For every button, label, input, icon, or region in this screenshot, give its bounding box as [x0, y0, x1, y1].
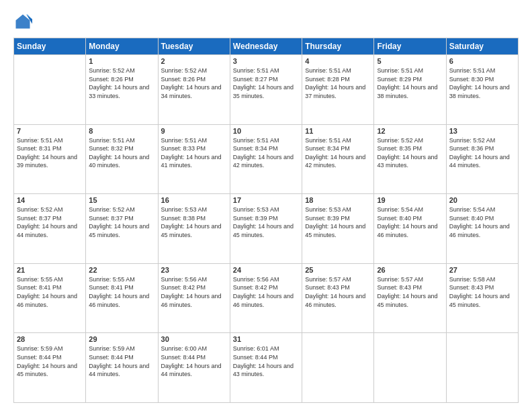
day-number: 15 [89, 196, 154, 204]
day-header-sunday: Sunday [14, 38, 86, 55]
day-number: 6 [449, 57, 515, 65]
cell-info: Sunrise: 5:52 AM Sunset: 8:35 PM Dayligh… [377, 136, 443, 170]
cell-info: Sunrise: 5:51 AM Sunset: 8:33 PM Dayligh… [161, 136, 227, 170]
calendar-cell [14, 55, 86, 125]
calendar-cell: 13Sunrise: 5:52 AM Sunset: 8:36 PM Dayli… [446, 124, 518, 194]
day-number: 5 [377, 57, 443, 65]
day-header-row: SundayMondayTuesdayWednesdayThursdayFrid… [14, 38, 519, 55]
cell-info: Sunrise: 5:53 AM Sunset: 8:38 PM Dayligh… [161, 205, 227, 239]
day-number: 18 [305, 196, 371, 204]
day-number: 24 [233, 266, 299, 274]
week-row-4: 21Sunrise: 5:55 AM Sunset: 8:41 PM Dayli… [14, 263, 519, 333]
day-number: 10 [233, 127, 299, 135]
calendar-cell: 1Sunrise: 5:52 AM Sunset: 8:26 PM Daylig… [86, 55, 158, 125]
calendar-cell: 14Sunrise: 5:52 AM Sunset: 8:37 PM Dayli… [14, 194, 86, 264]
calendar-cell: 28Sunrise: 5:59 AM Sunset: 8:44 PM Dayli… [14, 333, 86, 403]
day-number: 23 [161, 266, 227, 274]
calendar-cell: 5Sunrise: 5:51 AM Sunset: 8:29 PM Daylig… [374, 55, 446, 125]
calendar-cell [302, 333, 374, 403]
calendar-cell: 24Sunrise: 5:56 AM Sunset: 8:42 PM Dayli… [230, 263, 302, 333]
day-number: 2 [161, 57, 227, 65]
day-header-monday: Monday [86, 38, 158, 55]
cell-info: Sunrise: 5:59 AM Sunset: 8:44 PM Dayligh… [89, 345, 154, 378]
cell-info: Sunrise: 5:59 AM Sunset: 8:44 PM Dayligh… [17, 345, 83, 378]
logo-icon [13, 12, 32, 31]
calendar-cell: 16Sunrise: 5:53 AM Sunset: 8:38 PM Dayli… [158, 194, 230, 264]
cell-info: Sunrise: 5:51 AM Sunset: 8:31 PM Dayligh… [17, 136, 83, 170]
cell-info: Sunrise: 5:51 AM Sunset: 8:27 PM Dayligh… [233, 66, 299, 100]
logo [13, 12, 35, 31]
calendar-cell: 23Sunrise: 5:56 AM Sunset: 8:42 PM Dayli… [158, 263, 230, 333]
day-number: 9 [161, 127, 227, 135]
cell-info: Sunrise: 5:52 AM Sunset: 8:37 PM Dayligh… [89, 205, 154, 239]
cell-info: Sunrise: 5:52 AM Sunset: 8:26 PM Dayligh… [89, 66, 154, 100]
cell-info: Sunrise: 5:57 AM Sunset: 8:43 PM Dayligh… [377, 275, 443, 309]
day-number: 8 [89, 127, 154, 135]
cell-info: Sunrise: 6:00 AM Sunset: 8:44 PM Dayligh… [161, 345, 227, 378]
cell-info: Sunrise: 5:51 AM Sunset: 8:34 PM Dayligh… [233, 136, 299, 170]
cell-info: Sunrise: 5:54 AM Sunset: 8:40 PM Dayligh… [449, 205, 515, 239]
cell-info: Sunrise: 5:56 AM Sunset: 8:42 PM Dayligh… [161, 275, 227, 309]
day-number: 12 [377, 127, 443, 135]
calendar-cell: 30Sunrise: 6:00 AM Sunset: 8:44 PM Dayli… [158, 333, 230, 403]
day-header-wednesday: Wednesday [230, 38, 302, 55]
cell-info: Sunrise: 6:01 AM Sunset: 8:44 PM Dayligh… [233, 345, 299, 378]
cell-info: Sunrise: 5:54 AM Sunset: 8:40 PM Dayligh… [377, 205, 443, 239]
cell-info: Sunrise: 5:52 AM Sunset: 8:36 PM Dayligh… [449, 136, 515, 170]
cell-info: Sunrise: 5:55 AM Sunset: 8:41 PM Dayligh… [17, 275, 83, 309]
day-number: 31 [233, 335, 299, 343]
day-number: 20 [449, 196, 515, 204]
cell-info: Sunrise: 5:57 AM Sunset: 8:43 PM Dayligh… [305, 275, 371, 309]
cell-info: Sunrise: 5:51 AM Sunset: 8:34 PM Dayligh… [305, 136, 371, 170]
calendar-cell: 9Sunrise: 5:51 AM Sunset: 8:33 PM Daylig… [158, 124, 230, 194]
day-number: 7 [17, 127, 83, 135]
day-number: 19 [377, 196, 443, 204]
calendar-cell: 21Sunrise: 5:55 AM Sunset: 8:41 PM Dayli… [14, 263, 86, 333]
calendar-cell: 15Sunrise: 5:52 AM Sunset: 8:37 PM Dayli… [86, 194, 158, 264]
calendar-cell: 11Sunrise: 5:51 AM Sunset: 8:34 PM Dayli… [302, 124, 374, 194]
day-number: 16 [161, 196, 227, 204]
cell-info: Sunrise: 5:51 AM Sunset: 8:29 PM Dayligh… [377, 66, 443, 100]
day-number: 11 [305, 127, 371, 135]
cell-info: Sunrise: 5:51 AM Sunset: 8:28 PM Dayligh… [305, 66, 371, 100]
calendar-cell: 27Sunrise: 5:58 AM Sunset: 8:43 PM Dayli… [446, 263, 518, 333]
cell-info: Sunrise: 5:53 AM Sunset: 8:39 PM Dayligh… [233, 205, 299, 239]
cell-info: Sunrise: 5:56 AM Sunset: 8:42 PM Dayligh… [233, 275, 299, 309]
week-row-2: 7Sunrise: 5:51 AM Sunset: 8:31 PM Daylig… [14, 124, 519, 194]
cell-info: Sunrise: 5:55 AM Sunset: 8:41 PM Dayligh… [89, 275, 154, 309]
calendar-cell: 29Sunrise: 5:59 AM Sunset: 8:44 PM Dayli… [86, 333, 158, 403]
day-number: 21 [17, 266, 83, 274]
calendar-cell: 26Sunrise: 5:57 AM Sunset: 8:43 PM Dayli… [374, 263, 446, 333]
calendar-cell: 3Sunrise: 5:51 AM Sunset: 8:27 PM Daylig… [230, 55, 302, 125]
calendar-cell: 18Sunrise: 5:53 AM Sunset: 8:39 PM Dayli… [302, 194, 374, 264]
week-row-1: 1Sunrise: 5:52 AM Sunset: 8:26 PM Daylig… [14, 55, 519, 125]
calendar-cell: 19Sunrise: 5:54 AM Sunset: 8:40 PM Dayli… [374, 194, 446, 264]
cell-info: Sunrise: 5:58 AM Sunset: 8:43 PM Dayligh… [449, 275, 515, 309]
header [13, 12, 519, 31]
cell-info: Sunrise: 5:51 AM Sunset: 8:30 PM Dayligh… [449, 66, 515, 100]
calendar-cell: 4Sunrise: 5:51 AM Sunset: 8:28 PM Daylig… [302, 55, 374, 125]
calendar-cell: 25Sunrise: 5:57 AM Sunset: 8:43 PM Dayli… [302, 263, 374, 333]
day-number: 28 [17, 335, 83, 343]
calendar-cell: 6Sunrise: 5:51 AM Sunset: 8:30 PM Daylig… [446, 55, 518, 125]
calendar-cell [446, 333, 518, 403]
cell-info: Sunrise: 5:52 AM Sunset: 8:37 PM Dayligh… [17, 205, 83, 239]
calendar-cell: 8Sunrise: 5:51 AM Sunset: 8:32 PM Daylig… [86, 124, 158, 194]
day-number: 29 [89, 335, 154, 343]
day-number: 25 [305, 266, 371, 274]
calendar-cell: 10Sunrise: 5:51 AM Sunset: 8:34 PM Dayli… [230, 124, 302, 194]
week-row-3: 14Sunrise: 5:52 AM Sunset: 8:37 PM Dayli… [14, 194, 519, 264]
calendar-cell: 17Sunrise: 5:53 AM Sunset: 8:39 PM Dayli… [230, 194, 302, 264]
calendar-cell: 12Sunrise: 5:52 AM Sunset: 8:35 PM Dayli… [374, 124, 446, 194]
day-number: 14 [17, 196, 83, 204]
day-number: 22 [89, 266, 154, 274]
day-header-thursday: Thursday [302, 38, 374, 55]
calendar-cell: 7Sunrise: 5:51 AM Sunset: 8:31 PM Daylig… [14, 124, 86, 194]
cell-info: Sunrise: 5:52 AM Sunset: 8:26 PM Dayligh… [161, 66, 227, 100]
day-number: 27 [449, 266, 515, 274]
day-number: 3 [233, 57, 299, 65]
calendar-cell: 22Sunrise: 5:55 AM Sunset: 8:41 PM Dayli… [86, 263, 158, 333]
day-header-friday: Friday [374, 38, 446, 55]
day-header-saturday: Saturday [446, 38, 518, 55]
cell-info: Sunrise: 5:53 AM Sunset: 8:39 PM Dayligh… [305, 205, 371, 239]
